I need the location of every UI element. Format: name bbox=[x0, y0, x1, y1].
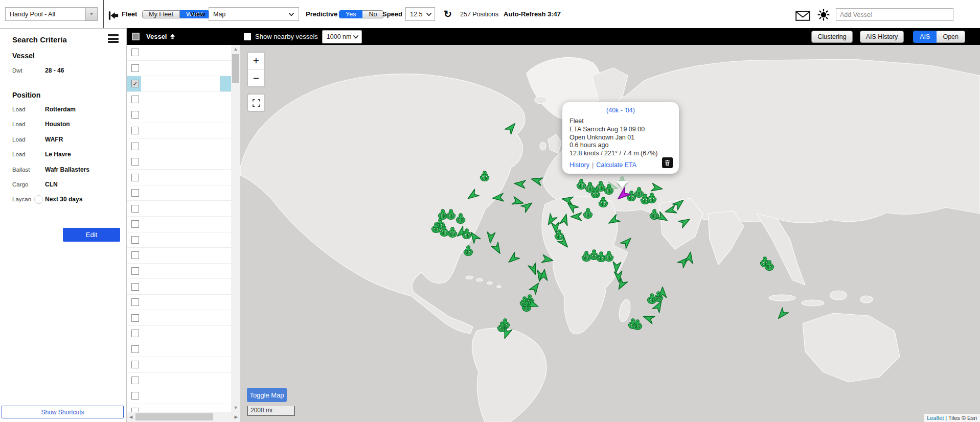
vessel-list-row[interactable] bbox=[127, 295, 231, 311]
vessel-row-checkbox[interactable] bbox=[131, 64, 139, 72]
vessel-popup-title-link[interactable]: (40k - '04) bbox=[569, 107, 672, 114]
vessel-anchor-marker[interactable] bbox=[463, 245, 474, 259]
vessel-row-checkbox[interactable] bbox=[131, 220, 139, 228]
vessel-arrow-marker[interactable] bbox=[656, 286, 671, 299]
clustering-button[interactable]: Clustering bbox=[811, 31, 852, 43]
zoom-out-button[interactable]: − bbox=[248, 69, 264, 86]
vessel-list-row[interactable] bbox=[127, 61, 231, 77]
show-nearby-checkbox[interactable] bbox=[244, 33, 251, 40]
vessel-list-horizontal-scrollbar[interactable]: ◀ ▶ bbox=[127, 412, 240, 422]
vessel-list-row[interactable] bbox=[127, 326, 231, 342]
pool-select[interactable]: Handy Pool - All bbox=[5, 7, 98, 21]
vessel-list-row[interactable] bbox=[127, 170, 231, 185]
vessel-row-checkbox[interactable] bbox=[131, 49, 139, 56]
vessel-row-checkbox[interactable] bbox=[131, 330, 139, 337]
vessel-list-row[interactable] bbox=[127, 45, 231, 61]
toggle-map-button[interactable]: Toggle Map bbox=[247, 388, 287, 402]
vessel-row-checkbox[interactable] bbox=[131, 377, 139, 384]
vessel-list-row[interactable] bbox=[127, 123, 231, 139]
vessel-list-row[interactable] bbox=[127, 373, 231, 389]
vessel-list-row[interactable] bbox=[127, 232, 231, 248]
world-map[interactable]: + − (40k - '04) FleetETA Sarroch Aug 19 … bbox=[240, 45, 980, 422]
vessel-list-row[interactable] bbox=[127, 388, 231, 404]
vessel-list-row[interactable] bbox=[127, 357, 231, 373]
vessel-anchor-marker[interactable] bbox=[764, 260, 775, 273]
vessel-row-checkbox[interactable] bbox=[131, 236, 139, 244]
zoom-in-button[interactable]: + bbox=[248, 53, 264, 69]
vessel-arrow-marker[interactable] bbox=[491, 189, 505, 204]
vessel-row-checkbox[interactable] bbox=[131, 267, 139, 275]
sort-ascending-icon[interactable] bbox=[170, 34, 175, 39]
leaflet-link[interactable]: Leaflet bbox=[927, 415, 944, 421]
refresh-icon[interactable]: ↻ bbox=[444, 7, 452, 21]
predictive-no-button[interactable]: No bbox=[362, 10, 383, 18]
vertical-scroll-thumb[interactable] bbox=[232, 54, 239, 83]
vessel-row-checkbox[interactable] bbox=[131, 298, 139, 306]
vessel-row-checkbox[interactable] bbox=[131, 111, 139, 119]
fullscreen-button[interactable] bbox=[247, 93, 265, 112]
nearby-radius-select[interactable]: 1000 nm bbox=[322, 30, 362, 43]
show-shortcuts-button[interactable]: Show Shortcuts bbox=[2, 406, 124, 418]
vessel-row-checkbox[interactable] bbox=[131, 314, 139, 322]
open-button[interactable]: Open bbox=[937, 31, 965, 43]
vessel-list-vertical-scrollbar[interactable]: ▲ ▼ bbox=[231, 45, 240, 412]
mail-icon[interactable] bbox=[795, 9, 810, 22]
vessel-row-checkbox[interactable] bbox=[131, 361, 139, 368]
vessel-list-row[interactable]: ✓ bbox=[127, 76, 231, 92]
edit-button[interactable]: Edit bbox=[63, 228, 120, 242]
scroll-right-icon[interactable]: ▶ bbox=[232, 412, 240, 422]
vessel-arrow-marker[interactable] bbox=[537, 268, 553, 282]
my-fleet-button[interactable]: My Fleet bbox=[142, 10, 180, 18]
vessel-row-checkbox[interactable] bbox=[131, 96, 139, 103]
horizontal-scroll-thumb[interactable] bbox=[135, 413, 213, 420]
vessel-arrow-marker[interactable] bbox=[513, 175, 527, 191]
collapse-sidebar-icon[interactable] bbox=[108, 9, 119, 22]
vessel-list-row[interactable] bbox=[127, 217, 231, 232]
vessel-list-row[interactable] bbox=[127, 201, 231, 217]
vessel-list-row[interactable] bbox=[127, 92, 231, 108]
vessel-arrow-marker[interactable] bbox=[649, 180, 665, 197]
brightness-icon[interactable] bbox=[817, 8, 830, 21]
vessel-row-checkbox[interactable] bbox=[131, 127, 139, 134]
predictive-yes-button[interactable]: Yes bbox=[339, 10, 362, 18]
vessel-list-row[interactable] bbox=[127, 341, 231, 357]
menu-icon[interactable] bbox=[963, 10, 973, 18]
vessel-row-checkbox[interactable] bbox=[131, 189, 139, 197]
pool-select-arrow-icon[interactable] bbox=[85, 8, 97, 20]
vessel-row-checkbox[interactable] bbox=[131, 143, 139, 150]
vessel-list-row[interactable] bbox=[127, 138, 231, 154]
vessel-list-row[interactable] bbox=[127, 107, 231, 123]
ais-history-button[interactable]: AIS History bbox=[860, 31, 904, 43]
vessel-row-checkbox[interactable] bbox=[131, 392, 139, 400]
vessel-list-row[interactable] bbox=[127, 185, 231, 201]
history-link[interactable]: History bbox=[569, 161, 589, 169]
scroll-up-icon[interactable]: ▲ bbox=[231, 45, 240, 53]
vessel-anchor-marker[interactable] bbox=[582, 208, 594, 221]
add-vessel-input[interactable] bbox=[836, 8, 953, 21]
vessel-arrow-marker[interactable] bbox=[540, 252, 555, 269]
vessel-list-row[interactable] bbox=[127, 279, 231, 295]
vessel-list-row[interactable] bbox=[127, 154, 231, 170]
vessel-arrow-marker[interactable] bbox=[682, 250, 699, 265]
vessel-row-checkbox[interactable] bbox=[131, 345, 139, 353]
laycan-badge[interactable]: - bbox=[34, 195, 43, 204]
vessel-list-row[interactable] bbox=[127, 310, 231, 326]
vessel-row-checkbox[interactable]: ✓ bbox=[131, 80, 139, 87]
vessel-row-checkbox[interactable] bbox=[131, 205, 139, 213]
remove-vessel-button[interactable] bbox=[662, 157, 673, 168]
vessel-list-row[interactable] bbox=[127, 248, 231, 264]
vessel-anchor-marker[interactable] bbox=[479, 171, 490, 184]
vessel-column-header[interactable]: Vessel bbox=[146, 33, 167, 40]
view-select[interactable]: Map bbox=[209, 7, 299, 21]
vessel-row-checkbox[interactable] bbox=[131, 283, 139, 291]
scroll-left-icon[interactable]: ◀ bbox=[127, 412, 135, 422]
vessel-row-checkbox[interactable] bbox=[131, 158, 139, 166]
vessel-list-row[interactable] bbox=[127, 264, 231, 279]
criteria-menu-icon[interactable] bbox=[108, 34, 119, 44]
select-all-checkbox[interactable] bbox=[132, 33, 140, 40]
scroll-down-icon[interactable]: ▼ bbox=[231, 404, 240, 412]
vessel-row-checkbox[interactable] bbox=[131, 251, 139, 259]
speed-select[interactable]: 12.5 bbox=[405, 7, 435, 21]
vessel-anchor-marker[interactable] bbox=[598, 197, 609, 210]
vessel-row-checkbox[interactable] bbox=[131, 174, 139, 181]
